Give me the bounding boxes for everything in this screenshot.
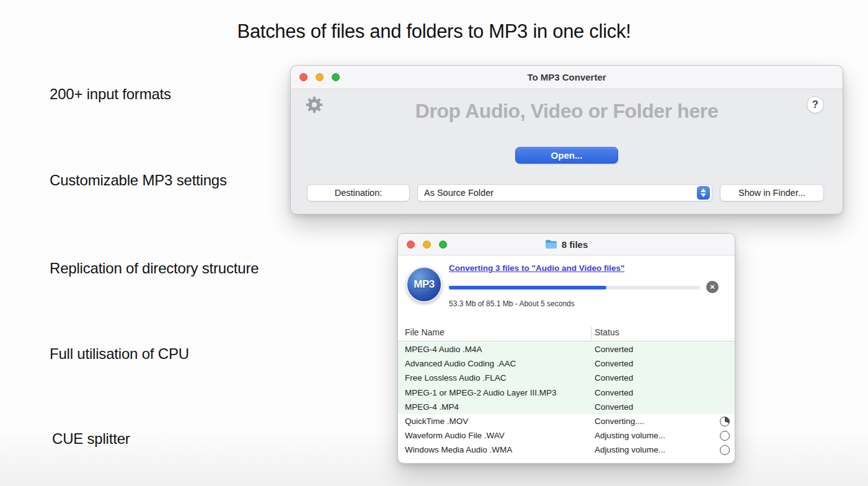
select-stepper-icon: [697, 186, 710, 200]
feature-cue-splitter: CUE splitter: [52, 430, 130, 448]
file-name-cell: MPEG-1 or MPEG-2 Audio Layer III.MP3: [398, 388, 588, 397]
table-row[interactable]: Waveform Audio File .WAV Adjusting volum…: [398, 428, 735, 443]
close-icon: ×: [710, 282, 715, 291]
progress-bar: [449, 286, 700, 289]
file-name-cell: Waveform Audio File .WAV: [398, 431, 588, 440]
status-cell: Converted: [588, 373, 735, 382]
feature-cpu: Full utilisation of CPU: [50, 345, 189, 363]
converter-window: To MP3 Converter ? Drop Audio, Video or …: [290, 65, 843, 214]
open-button[interactable]: Open...: [515, 147, 618, 164]
file-name-cell: MPEG-4 .MP4: [398, 402, 588, 412]
feature-mp3-settings: Customizable MP3 settings: [50, 172, 227, 189]
feature-input-formats: 200+ input formats: [50, 86, 171, 103]
promo-page: Batches of files and folders to MP3 in o…: [0, 0, 868, 486]
status-cell: Converted: [588, 359, 735, 368]
file-name-cell: QuickTime .MOV: [398, 417, 588, 426]
status-cell: Adjusting volume...: [588, 431, 735, 440]
gear-glyph: [305, 95, 324, 114]
chevron-up-icon: [701, 188, 706, 192]
progress-fill: [449, 286, 606, 289]
destination-select[interactable]: As Source Folder: [417, 184, 712, 201]
destination-row: Destination: As Source Folder Show in Fi…: [307, 184, 824, 201]
settings-gear-icon[interactable]: [304, 95, 324, 115]
status-cell: Converted: [588, 388, 735, 397]
drop-zone-label: Drop Audio, Video or Folder here: [291, 89, 843, 123]
pending-circle-icon: [720, 431, 730, 441]
mp3-logo: MP3: [406, 267, 442, 303]
destination-button[interactable]: Destination:: [307, 184, 410, 201]
table-header: File Name Status: [398, 325, 735, 342]
status-cell: Converted: [588, 345, 735, 354]
table-row[interactable]: MPEG-4 .MP4 Converted: [398, 400, 735, 414]
pie-progress-icon: [720, 417, 730, 426]
page-title: Batches of files and folders to MP3 in o…: [0, 20, 868, 43]
table-row[interactable]: QuickTime .MOV Converting....: [398, 414, 735, 428]
feature-directory-structure: Replication of directory structure: [50, 260, 259, 277]
cancel-button[interactable]: ×: [706, 281, 719, 293]
file-name-cell: Advanced Audio Coding .AAC: [398, 359, 588, 368]
progress-window-title-text: 8 files: [562, 239, 588, 250]
file-name-cell: Free Lossless Audio .FLAC: [398, 373, 588, 382]
table-row[interactable]: MPEG-1 or MPEG-2 Audio Layer III.MP3 Con…: [398, 386, 735, 400]
progress-titlebar: 8 files: [398, 234, 735, 255]
table-row[interactable]: Free Lossless Audio .FLAC Converted: [398, 371, 735, 385]
table-row[interactable]: Advanced Audio Coding .AAC Converted: [398, 356, 735, 371]
pending-circle-icon: [720, 445, 730, 455]
destination-select-value: As Source Folder: [424, 188, 494, 198]
status-cell: Converting....: [588, 417, 735, 426]
column-divider: [591, 327, 591, 340]
file-table: MPEG-4 Audio .M4A Converted Advanced Aud…: [398, 342, 735, 457]
converting-files-link[interactable]: Converting 3 files to "Audio and Video f…: [449, 263, 624, 273]
status-cell: Adjusting volume...: [588, 445, 735, 454]
table-row[interactable]: MPEG-4 Audio .M4A Converted: [398, 342, 735, 356]
chevron-down-icon: [701, 193, 706, 197]
table-row[interactable]: Windows Media Audio .WMA Adjusting volum…: [398, 443, 735, 457]
file-name-cell: Windows Media Audio .WMA: [398, 445, 588, 454]
progress-size-text: 53.3 Mb of 85.1 Mb - About 5 seconds: [449, 299, 575, 308]
file-name-cell: MPEG-4 Audio .M4A: [398, 345, 588, 354]
converter-titlebar: To MP3 Converter: [291, 66, 843, 89]
converter-window-title: To MP3 Converter: [291, 72, 843, 82]
show-in-finder-button[interactable]: Show in Finder...: [720, 184, 824, 201]
progress-window-title: 8 files: [398, 239, 735, 250]
column-header-file-name: File Name: [405, 327, 445, 337]
progress-window: 8 files MP3 Converting 3 files to "Audio…: [397, 233, 735, 464]
folder-icon: [545, 239, 557, 249]
help-button[interactable]: ?: [807, 96, 824, 113]
converter-content: ? Drop Audio, Video or Folder here Open.…: [291, 89, 843, 214]
status-cell: Converted: [588, 402, 735, 412]
column-header-status: Status: [595, 327, 619, 337]
